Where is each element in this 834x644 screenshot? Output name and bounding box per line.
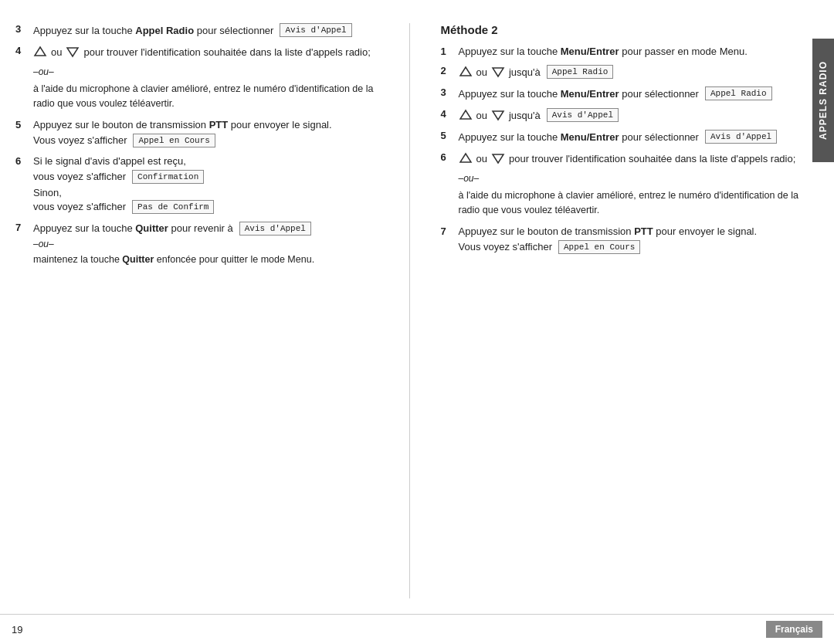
r-step-3-inline: Appuyez sur la touche Menu/Entrer pour s… bbox=[459, 86, 819, 100]
r-step-3-text: Appuyez sur la touche Menu/Entrer pour s… bbox=[459, 88, 699, 100]
badge-confirmation: Confirmation bbox=[132, 170, 204, 184]
step-7-extra: maintenez la touche Quitter enfoncée pou… bbox=[33, 254, 394, 265]
francais-tab: Français bbox=[766, 621, 822, 638]
step-4-extra: à l'aide du microphone à clavier amélior… bbox=[33, 82, 394, 111]
r-step-number-7: 7 bbox=[441, 225, 455, 237]
step-5-text: Appuyez sur le bouton de transmission PT… bbox=[33, 119, 394, 130]
arrow-up-icon-4 bbox=[459, 151, 473, 165]
step-number-4: 4 bbox=[15, 45, 29, 56]
step-6-badge2-line: vous voyez s'afficher Pas de Confirm bbox=[33, 200, 394, 214]
left-column: 3 Appuyez sur la touche Appel Radio pour… bbox=[15, 23, 410, 598]
step-6-sub2: vous voyez s'afficher bbox=[33, 201, 126, 212]
r-step-7-text: Appuyez sur le bouton de transmission PT… bbox=[459, 225, 819, 237]
r-ou-divider: –ou– bbox=[459, 173, 819, 184]
badge-appel-cours-1: Appel en Cours bbox=[133, 134, 215, 147]
svg-marker-7 bbox=[493, 154, 503, 163]
r-step-1-text: Appuyez sur la touche Menu/Entrer pour p… bbox=[459, 46, 748, 57]
arrow-down-icon-1 bbox=[66, 45, 80, 59]
step-5-content: Appuyez sur le bouton de transmission PT… bbox=[33, 119, 394, 147]
r-badge-avis-appel-1: Avis d'Appel bbox=[547, 108, 619, 122]
ou-divider-1: –ou– bbox=[33, 66, 394, 77]
r-step-4-text: jusqu'à bbox=[509, 110, 541, 121]
svg-marker-0 bbox=[35, 47, 46, 56]
page-number: 19 bbox=[12, 624, 22, 636]
step-6-badge1-line: vous voyez s'afficher Confirmation bbox=[33, 170, 394, 184]
arrow-down-icon-4 bbox=[491, 151, 505, 165]
badge-pas-confirm: Pas de Confirm bbox=[132, 200, 214, 214]
ou-text-4: ou bbox=[51, 46, 62, 58]
r-step-6-ou: ou bbox=[476, 153, 487, 164]
r-step-4: 4 ou jusqu'à Avis d'Appel bbox=[441, 108, 819, 122]
step-number-6: 6 bbox=[15, 155, 29, 167]
r-step-6-extra: à l'aide du microphone à clavier amélior… bbox=[459, 188, 819, 218]
step-3-text: Appuyez sur la touche Appel Radio pour s… bbox=[33, 25, 273, 36]
r-step-2-text: jusqu'à bbox=[509, 66, 541, 78]
r-step-2: 2 ou jusqu'à Appel Radio bbox=[441, 65, 819, 79]
step-6-sinon: Sinon, bbox=[33, 187, 394, 198]
step-4: 4 ou pour trouver l'identification souha… bbox=[15, 45, 394, 59]
r-step-5-text: Appuyez sur la touche Menu/Entrer pour s… bbox=[459, 131, 699, 143]
svg-marker-5 bbox=[493, 111, 503, 120]
step-5: 5 Appuyez sur le bouton de transmission … bbox=[15, 119, 394, 147]
bottom-bar: 19 Français bbox=[0, 614, 834, 644]
step-number-5: 5 bbox=[15, 119, 29, 130]
step-3-content: Appuyez sur la touche Appel Radio pour s… bbox=[33, 23, 394, 37]
r-step-1-content: Appuyez sur la touche Menu/Entrer pour p… bbox=[459, 46, 819, 57]
step-3: 3 Appuyez sur la touche Appel Radio pour… bbox=[15, 23, 394, 37]
step-6-content: Si le signal d'avis d'appel est reçu, vo… bbox=[33, 155, 394, 214]
arrow-up-icon-2 bbox=[459, 65, 473, 79]
step-6: 6 Si le signal d'avis d'appel est reçu, … bbox=[15, 155, 394, 214]
right-column: Méthode 2 1 Appuyez sur la touche Menu/E… bbox=[433, 23, 819, 598]
ou-divider-2: –ou– bbox=[33, 239, 394, 249]
side-tab: APPELS RADIO bbox=[812, 39, 834, 162]
main-content: 3 Appuyez sur la touche Appel Radio pour… bbox=[0, 0, 834, 614]
r-step-6: 6 ou pour trouver l'identification souha… bbox=[441, 151, 819, 165]
step-7-inline: Appuyez sur la touche Quitter pour reven… bbox=[33, 222, 394, 236]
r-step-1: 1 Appuyez sur la touche Menu/Entrer pour… bbox=[441, 46, 819, 57]
step-number-7: 7 bbox=[15, 222, 29, 233]
r-step-7-sub: Vous voyez s'afficher bbox=[459, 241, 552, 253]
r-step-number-3: 3 bbox=[441, 86, 455, 98]
r-step-3: 3 Appuyez sur la touche Menu/Entrer pour… bbox=[441, 86, 819, 100]
step-4-content: ou pour trouver l'identification souhait… bbox=[33, 45, 394, 59]
r-step-number-4: 4 bbox=[441, 108, 455, 120]
step-7-content: Appuyez sur la touche Quitter pour reven… bbox=[33, 222, 394, 265]
r-step-4-content: ou jusqu'à Avis d'Appel bbox=[459, 108, 819, 122]
r-step-5: 5 Appuyez sur la touche Menu/Entrer pour… bbox=[441, 130, 819, 144]
step-4-text: pour trouver l'identification souhaitée … bbox=[83, 46, 370, 58]
r-badge-avis-appel-2: Avis d'Appel bbox=[705, 130, 777, 144]
step-6-sub1: vous voyez s'afficher bbox=[33, 171, 126, 182]
r-badge-appel-cours: Appel en Cours bbox=[558, 240, 640, 254]
r-step-4-inline: ou jusqu'à Avis d'Appel bbox=[459, 108, 819, 122]
step-7: 7 Appuyez sur la touche Quitter pour rev… bbox=[15, 222, 394, 265]
svg-marker-6 bbox=[460, 154, 471, 162]
r-step-6-text: pour trouver l'identification souhaitée … bbox=[509, 153, 795, 164]
r-step-6-content: ou pour trouver l'identification souhait… bbox=[459, 151, 819, 165]
r-badge-appel-radio-2: Appel Radio bbox=[705, 86, 772, 100]
page-container: 3 Appuyez sur la touche Appel Radio pour… bbox=[0, 0, 834, 614]
r-step-number-2: 2 bbox=[441, 65, 455, 76]
method-title: Méthode 2 bbox=[441, 23, 819, 36]
r-step-5-inline: Appuyez sur la touche Menu/Entrer pour s… bbox=[459, 130, 819, 144]
r-step-2-inline: ou jusqu'à Appel Radio bbox=[459, 65, 819, 79]
step-4-inline: ou pour trouver l'identification souhait… bbox=[33, 45, 394, 59]
svg-marker-4 bbox=[460, 110, 471, 119]
badge-avis-appel-2: Avis d'Appel bbox=[239, 222, 311, 236]
svg-marker-1 bbox=[67, 48, 78, 56]
step-number-3: 3 bbox=[15, 23, 29, 35]
r-step-6-inline: ou pour trouver l'identification souhait… bbox=[459, 151, 819, 165]
r-step-7-content: Appuyez sur le bouton de transmission PT… bbox=[459, 225, 819, 254]
step-5-badge-line: Vous voyez s'afficher Appel en Cours bbox=[33, 134, 394, 147]
r-step-2-ou: ou bbox=[476, 66, 487, 78]
columns: 3 Appuyez sur la touche Appel Radio pour… bbox=[15, 23, 819, 598]
r-step-number-1: 1 bbox=[441, 46, 455, 57]
r-step-2-content: ou jusqu'à Appel Radio bbox=[459, 65, 819, 79]
r-badge-appel-radio-1: Appel Radio bbox=[547, 65, 614, 79]
arrow-up-icon-3 bbox=[459, 108, 473, 122]
step-3-inline: Appuyez sur la touche Appel Radio pour s… bbox=[33, 23, 394, 37]
svg-marker-3 bbox=[493, 68, 503, 76]
r-step-number-6: 6 bbox=[441, 151, 455, 163]
r-step-3-content: Appuyez sur la touche Menu/Entrer pour s… bbox=[459, 86, 819, 100]
arrow-down-icon-2 bbox=[491, 65, 505, 79]
r-step-7-badge-line: Vous voyez s'afficher Appel en Cours bbox=[459, 240, 819, 254]
